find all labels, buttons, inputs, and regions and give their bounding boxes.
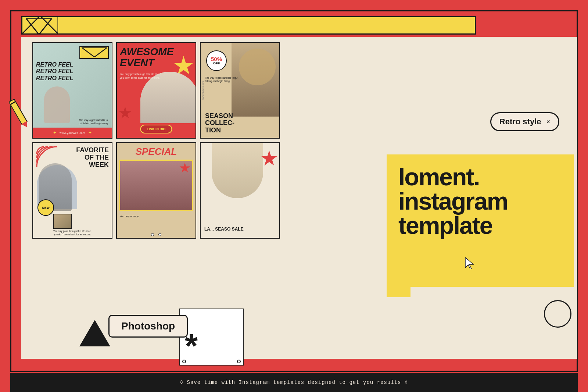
card4-new-badge: NEW: [37, 199, 54, 216]
card3-discount: 50%: [211, 56, 222, 62]
card4-title1: FAVORITE: [76, 147, 109, 154]
card1-title3: RETRO FEEL: [36, 75, 109, 82]
card3-subtitle: The way to get started is to quit talkin…: [205, 76, 242, 83]
card5-body: You only once, y...: [117, 213, 196, 220]
bottom-status-bar: ◊ Save time with Instagram templates des…: [10, 373, 578, 392]
card2-cta[interactable]: LINK IN BIO: [140, 125, 172, 133]
card3-website: www.yourweb.com: [202, 81, 204, 100]
card-sale: LA... SEASO SALE: [200, 142, 280, 239]
card-favorite-week: FAVORITE OF THE WEEK NEW You only pass t…: [32, 142, 112, 239]
card-awesome-event: AWESOME EVENT You only pass through this…: [116, 42, 196, 139]
circle-corner-decoration: [544, 300, 571, 328]
bottom-bar-text: ◊ Save time with Instagram templates des…: [180, 379, 408, 385]
top-corner-triangle: [21, 16, 58, 36]
card4-body: You only pass through this life once, yo…: [52, 229, 93, 236]
card-grid: RETRO FEEL RETRO FEEL RETRO FEEL The way…: [32, 42, 280, 239]
card1-triangle-icon: [82, 47, 107, 57]
retro-style-label: Retro style: [499, 117, 541, 126]
corner-triangle-icon: [21, 16, 58, 35]
yellow-info-box: loment. instagram template: [387, 154, 574, 287]
card1-title: RETRO FEEL: [36, 61, 109, 68]
card4-title3: WEEK: [76, 161, 109, 169]
card1-website: www.yourweb.com: [60, 131, 85, 135]
photoshop-button[interactable]: Photoshop: [108, 315, 188, 338]
card-season-collection: www.yourweb.com 50% OFF The way to get s…: [200, 42, 280, 139]
card1-title2: RETRO FEEL: [36, 68, 109, 75]
top-yellow-bar: [21, 16, 476, 35]
card2-title1: AWESOME: [120, 47, 173, 57]
card2-title2: EVENT: [120, 58, 154, 68]
card5-title: SPECIAL: [117, 143, 196, 157]
card6-sale: LA... SEASO SALE: [204, 227, 244, 232]
card-retro-feel: RETRO FEEL RETRO FEEL RETRO FEEL The way…: [32, 42, 112, 139]
svg-marker-4: [465, 257, 473, 269]
card3-title: SEASON COLLEC- TION: [205, 113, 234, 134]
yellow-box-line1: loment.: [398, 165, 562, 189]
triangle-up-decoration: [80, 321, 110, 346]
card3-discount-label: OFF: [213, 62, 220, 65]
card1-subtitle: The way to get started is to quit talkin…: [77, 119, 110, 125]
cursor-icon: [465, 257, 474, 271]
card-special: SPECIAL You only once, y...: [116, 142, 196, 239]
retro-style-tag[interactable]: Retro style ×: [490, 112, 559, 131]
yellow-box-line2: instagram: [398, 189, 562, 213]
card2-body: You only pass through this life once, yo…: [120, 72, 164, 80]
close-icon[interactable]: ×: [546, 118, 550, 126]
yellow-box-line3: template: [398, 213, 562, 238]
card4-title2: OF THE: [76, 154, 109, 161]
svg-marker-5: [21, 16, 40, 35]
svg-marker-6: [40, 16, 58, 34]
svg-marker-2: [82, 47, 107, 57]
